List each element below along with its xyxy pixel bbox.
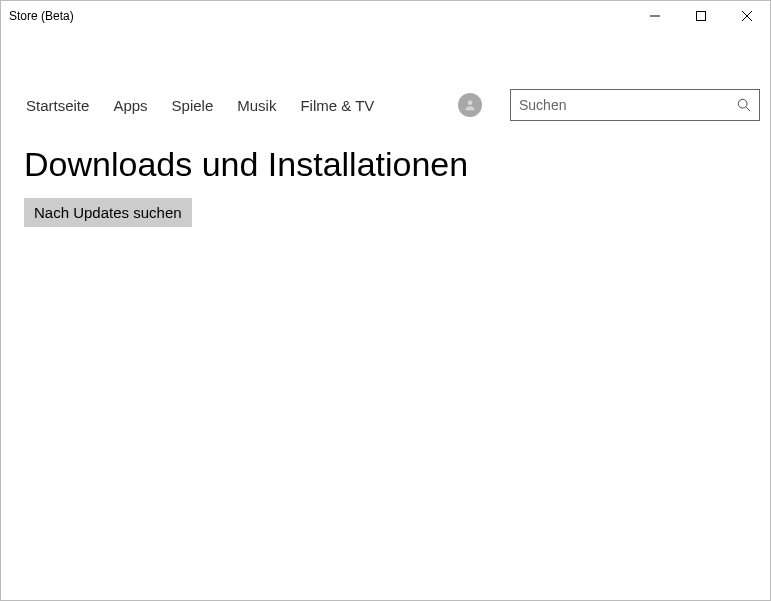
maximize-button[interactable]	[678, 1, 724, 31]
nav-tabs: Startseite Apps Spiele Musik Filme & TV	[11, 97, 374, 114]
content: Downloads und Installationen Nach Update…	[1, 121, 770, 227]
svg-point-4	[468, 100, 473, 105]
minimize-button[interactable]	[632, 1, 678, 31]
user-icon	[463, 98, 477, 112]
window-controls	[632, 1, 770, 31]
search-icon[interactable]	[737, 98, 751, 112]
tab-musik[interactable]: Musik	[237, 97, 276, 114]
window-title: Store (Beta)	[9, 9, 74, 23]
close-icon	[742, 11, 752, 21]
svg-rect-1	[697, 12, 706, 21]
user-avatar[interactable]	[458, 93, 482, 117]
check-updates-button[interactable]: Nach Updates suchen	[24, 198, 192, 227]
svg-point-5	[738, 99, 747, 108]
titlebar: Store (Beta)	[1, 1, 770, 31]
search-input[interactable]	[519, 97, 737, 113]
close-button[interactable]	[724, 1, 770, 31]
search-box[interactable]	[510, 89, 760, 121]
tab-spiele[interactable]: Spiele	[172, 97, 214, 114]
tab-apps[interactable]: Apps	[113, 97, 147, 114]
nav-area: Startseite Apps Spiele Musik Filme & TV	[1, 89, 770, 121]
minimize-icon	[650, 11, 660, 21]
maximize-icon	[696, 11, 706, 21]
tab-startseite[interactable]: Startseite	[26, 97, 89, 114]
page-title: Downloads und Installationen	[24, 145, 747, 184]
tab-filme-tv[interactable]: Filme & TV	[300, 97, 374, 114]
svg-line-6	[746, 107, 750, 111]
